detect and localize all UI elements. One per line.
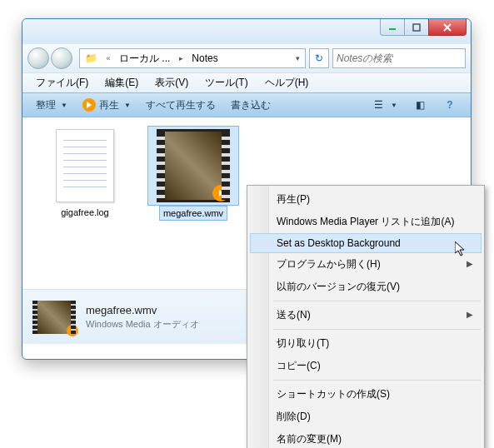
title-bar[interactable] xyxy=(22,19,471,44)
cm-copy[interactable]: コピー(C) xyxy=(250,355,482,377)
refresh-button[interactable]: ↻ xyxy=(309,48,329,68)
chevron-down-icon: ▼ xyxy=(61,102,67,109)
file-item-log[interactable]: gigafree.log xyxy=(39,126,131,281)
chevron-down-icon: ▼ xyxy=(124,102,131,109)
chevron-down-icon[interactable]: ▾ xyxy=(292,54,303,62)
folder-icon: 📁 xyxy=(82,49,101,67)
cm-create-shortcut[interactable]: ショートカットの作成(S) xyxy=(250,383,482,406)
video-file-icon xyxy=(157,129,230,202)
help-button[interactable]: ? xyxy=(436,96,464,114)
play-button[interactable]: 再生▼ xyxy=(76,97,137,114)
help-icon: ? xyxy=(442,97,457,112)
maximize-button[interactable] xyxy=(404,19,429,36)
menu-bar: ファイル(F) 編集(E) 表示(V) ツール(T) ヘルプ(H) xyxy=(22,72,471,92)
file-item-wmv[interactable]: megafree.wmv xyxy=(147,126,239,281)
burn-label: 書き込む xyxy=(231,98,271,112)
search-input[interactable] xyxy=(337,52,462,64)
preview-pane-button[interactable]: ◧ xyxy=(406,96,434,114)
play-label: 再生 xyxy=(99,98,119,112)
separator xyxy=(273,301,481,301)
details-thumbnail xyxy=(32,301,76,334)
cm-play[interactable]: 再生(P) xyxy=(250,188,482,211)
chevron-right-icon[interactable]: « xyxy=(102,54,114,62)
chevron-down-icon: ▼ xyxy=(391,102,397,109)
playall-button[interactable]: すべて再生する xyxy=(139,97,222,114)
view-options-button[interactable]: ☰▼ xyxy=(364,96,404,114)
cm-rename[interactable]: 名前の変更(M) xyxy=(250,428,482,448)
view-icon: ☰ xyxy=(371,97,386,112)
back-button[interactable] xyxy=(27,47,49,69)
context-menu: 再生(P) Windows Media Player リストに追加(A) Set… xyxy=(247,185,485,448)
minimize-button[interactable] xyxy=(380,19,405,36)
details-title: megafree.wmv xyxy=(86,303,199,318)
cm-restore-previous[interactable]: 以前のバージョンの復元(V) xyxy=(250,276,482,298)
cm-cut[interactable]: 切り取り(T) xyxy=(250,332,482,355)
menu-file[interactable]: ファイル(F) xyxy=(29,74,95,92)
details-subtitle: Windows Media オーディオ xyxy=(86,318,199,331)
organize-label: 整理 xyxy=(36,98,56,112)
cm-open-with-label: プログラムから開く(H) xyxy=(277,258,381,270)
cm-delete[interactable]: 削除(D) xyxy=(250,406,482,428)
cm-send-to[interactable]: 送る(N)▶ xyxy=(250,304,482,326)
play-overlay-icon xyxy=(212,185,229,202)
submenu-arrow-icon: ▶ xyxy=(467,259,473,268)
play-icon xyxy=(82,98,96,112)
forward-button[interactable] xyxy=(51,47,72,69)
separator xyxy=(273,380,481,381)
nav-row: 📁 « ローカル ... ▸ Notes ▾ ↻ xyxy=(22,44,471,72)
search-box[interactable] xyxy=(332,48,466,68)
pane-icon: ◧ xyxy=(412,97,427,112)
menu-edit[interactable]: 編集(E) xyxy=(98,74,145,92)
menu-help[interactable]: ヘルプ(H) xyxy=(258,74,316,92)
cm-set-desktop-background[interactable]: Set as Desktop Background xyxy=(250,233,482,253)
menu-view[interactable]: 表示(V) xyxy=(148,74,195,92)
burn-button[interactable]: 書き込む xyxy=(224,97,277,114)
cm-open-with[interactable]: プログラムから開く(H)▶ xyxy=(250,253,482,276)
playall-label: すべて再生する xyxy=(146,98,216,112)
toolbar: 整理▼ 再生▼ すべて再生する 書き込む ☰▼ ◧ ? xyxy=(22,92,471,117)
submenu-arrow-icon: ▶ xyxy=(467,310,473,319)
close-button[interactable] xyxy=(428,19,467,36)
menu-tools[interactable]: ツール(T) xyxy=(198,74,254,92)
file-name: megafree.wmv xyxy=(159,206,227,221)
organize-button[interactable]: 整理▼ xyxy=(29,97,74,114)
breadcrumb-seg-2[interactable]: Notes xyxy=(188,49,221,67)
play-overlay-icon xyxy=(67,325,78,336)
cursor-icon xyxy=(455,241,468,258)
breadcrumb-seg-1[interactable]: ローカル ... xyxy=(116,49,173,67)
file-name: gigafree.log xyxy=(57,206,112,219)
address-bar[interactable]: 📁 « ローカル ... ▸ Notes ▾ xyxy=(79,48,306,68)
text-file-icon xyxy=(56,129,114,202)
cm-add-wmp-list[interactable]: Windows Media Player リストに追加(A) xyxy=(250,211,482,233)
separator xyxy=(273,329,481,330)
svg-rect-1 xyxy=(413,24,420,31)
cm-send-to-label: 送る(N) xyxy=(277,309,311,321)
chevron-right-icon[interactable]: ▸ xyxy=(175,54,187,62)
